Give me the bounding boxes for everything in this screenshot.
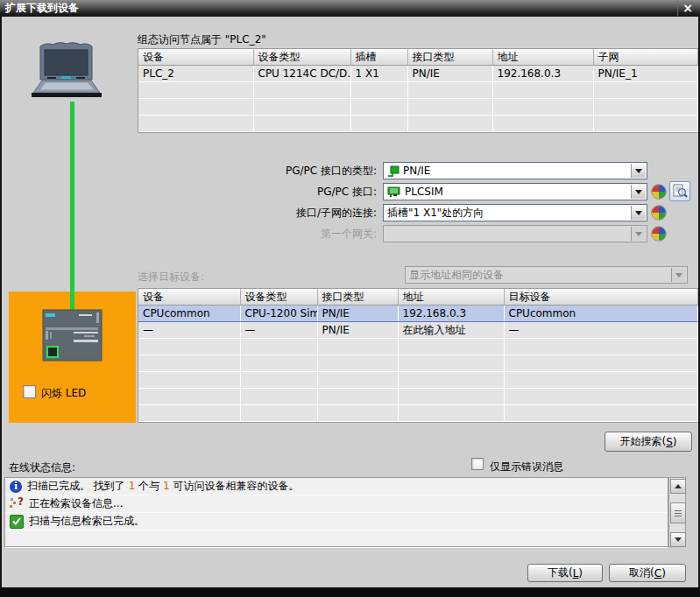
status-message: ? 正在检索设备信息... <box>5 495 668 513</box>
dropdown-arrow-button[interactable] <box>631 206 646 220</box>
status-message-empty <box>5 530 668 548</box>
chevron-down-icon <box>635 169 642 173</box>
window-border-left <box>0 0 2 597</box>
cell-address[interactable]: 192.168.0.3 <box>398 306 504 322</box>
pgpc-interface-type-value: PN/IE <box>403 165 430 177</box>
flash-led-label: 闪烁 LED <box>41 386 86 401</box>
arrow-up-icon <box>675 484 682 488</box>
window-border-bottom <box>0 587 700 597</box>
table-row-selected[interactable]: CPUcommon CPU-1200 Simula... PN/IE 192.1… <box>138 306 697 322</box>
col-header-device-type: 设备类型 <box>240 289 317 306</box>
cell-device[interactable]: CPUcommon <box>138 306 240 322</box>
close-icon: × <box>682 1 693 15</box>
table-header-row: 设备 设备类型 接口类型 地址 目标设备 <box>138 289 697 306</box>
pgpc-interface-type-label: PG/PC 接口的类型: <box>206 162 377 179</box>
close-button[interactable]: × <box>677 1 697 16</box>
dropdown-arrow-button <box>631 227 646 241</box>
cell-device-type: CPU 1214C DC/D... <box>253 66 350 82</box>
first-gateway-combo <box>383 225 647 242</box>
success-check-icon <box>10 515 24 529</box>
cell-device-type[interactable]: CPU-1200 Simula... <box>240 306 317 322</box>
pgpc-interface-value: PLCSIM <box>405 186 443 198</box>
table-row-empty <box>138 405 697 422</box>
status-message: i 扫描已完成。 找到了 1 个与 1 可访问设备相兼容的设备。 <box>5 478 668 495</box>
col-header-address: 地址 <box>398 289 504 306</box>
only-errors-label: 仅显示错误消息 <box>490 460 563 474</box>
accessible-nodes-shield-icon <box>651 226 667 242</box>
status-message-list: i 扫描已完成。 找到了 1 个与 1 可访问设备相兼容的设备。 ? 正在检索设… <box>4 477 668 547</box>
pgpc-interface-combo[interactable]: PLCSIM <box>383 183 647 200</box>
interface-subnet-connection-label: 接口/子网的连接: <box>206 204 377 221</box>
chevron-down-icon <box>635 190 642 194</box>
plcsim-adapter-icon <box>387 186 401 198</box>
pnie-adapter-icon <box>387 165 399 177</box>
status-message: 扫描与信息检索已完成。 <box>5 513 668 530</box>
info-icon: i <box>10 481 22 493</box>
extended-download-dialog: 扩展下载到设备 × 闪烁 LED 组态访问节点属于 "PLC_2" <box>0 0 700 597</box>
table-row-empty <box>138 355 697 372</box>
pg-pc-laptop-icon <box>26 40 107 103</box>
cell-device[interactable]: — <box>138 322 240 339</box>
col-header-device: 设备 <box>138 49 253 66</box>
cell-address-input[interactable]: 在此输入地址 <box>398 322 504 339</box>
accessible-nodes-shield-icon <box>651 184 667 200</box>
accessible-nodes-shield-icon <box>651 205 667 221</box>
configured-nodes-table: 设备 设备类型 插槽 接口类型 地址 子网 PLC_2 CPU 1214C DC… <box>138 48 699 133</box>
col-header-device-type: 设备类型 <box>253 49 350 66</box>
device-filter-combo: 显示地址相同的设备 <box>405 266 688 284</box>
interface-subnet-connection-value: 插槽"1 X1"处的方向 <box>387 206 484 221</box>
cell-interface-type: PN/IE <box>407 66 492 82</box>
select-target-caption: 选择目标设备: <box>138 270 204 284</box>
cell-address: 192.168.0.3 <box>492 66 593 82</box>
dialog-title: 扩展下载到设备 <box>0 0 700 17</box>
pgpc-interface-label: PG/PC 接口: <box>206 183 377 200</box>
cell-target-device[interactable]: — <box>504 322 697 339</box>
download-button[interactable]: 下载(L) <box>527 564 603 582</box>
dropdown-arrow-button[interactable] <box>631 185 646 199</box>
status-message-text: 正在检索设备信息... <box>29 496 123 511</box>
status-scrollbar[interactable] <box>668 477 686 547</box>
table-row-empty <box>138 389 697 405</box>
col-header-interface-type: 接口类型 <box>317 289 398 306</box>
table-row-empty <box>138 372 697 389</box>
first-gateway-label: 第一个网关: <box>206 225 377 242</box>
table-row-empty <box>138 99 697 116</box>
device-filter-value: 显示地址相同的设备 <box>409 268 504 283</box>
connection-line <box>70 102 74 312</box>
only-errors-checkbox[interactable] <box>471 458 484 470</box>
chevron-down-icon <box>635 211 642 215</box>
cell-device-type[interactable]: — <box>240 322 317 339</box>
col-header-device: 设备 <box>138 289 240 306</box>
flash-led-checkbox[interactable] <box>23 385 36 398</box>
col-header-target-device: 目标设备 <box>504 289 697 306</box>
status-message-text: 扫描已完成。 找到了 1 个与 1 可访问设备相兼容的设备。 <box>27 479 299 494</box>
table-header-row: 设备 设备类型 插槽 接口类型 地址 子网 <box>138 49 697 66</box>
device-info-search-button[interactable] <box>669 181 690 201</box>
interface-subnet-connection-combo[interactable]: 插槽"1 X1"处的方向 <box>383 204 647 221</box>
title-bar: 扩展下载到设备 × <box>0 0 700 17</box>
dropdown-arrow-button[interactable] <box>631 164 646 178</box>
chevron-down-icon <box>635 232 642 236</box>
status-message-text: 扫描与信息检索已完成。 <box>29 514 145 529</box>
table-row-empty <box>138 339 697 355</box>
dropdown-arrow-button <box>671 268 686 282</box>
cell-interface-type[interactable]: PN/IE <box>317 322 398 339</box>
table-row: PLC_2 CPU 1214C DC/D... 1 X1 PN/IE 192.1… <box>138 66 697 82</box>
plc-device-image <box>42 308 103 362</box>
magnifier-document-icon <box>673 184 688 199</box>
cell-target-device[interactable]: CPUcommon <box>504 306 697 322</box>
cancel-button[interactable]: 取消(C) <box>609 564 686 582</box>
table-row[interactable]: — — PN/IE 在此输入地址 — <box>138 322 697 339</box>
target-devices-table: 设备 设备类型 接口类型 地址 目标设备 CPUcommon CPU-1200 … <box>138 288 699 423</box>
start-search-button[interactable]: 开始搜索(S) <box>605 432 692 452</box>
scrollbar-thumb[interactable] <box>670 502 686 523</box>
cell-interface-type[interactable]: PN/IE <box>317 306 398 322</box>
retrieving-info-icon: ? <box>10 497 24 510</box>
scroll-down-button[interactable] <box>670 532 686 547</box>
col-header-interface-type: 接口类型 <box>407 49 492 66</box>
pgpc-interface-type-combo[interactable]: PN/IE <box>383 162 647 179</box>
scroll-up-button[interactable] <box>670 479 686 494</box>
cell-device: PLC_2 <box>138 66 253 82</box>
col-header-slot: 插槽 <box>350 49 407 66</box>
grip-icon <box>675 513 682 514</box>
